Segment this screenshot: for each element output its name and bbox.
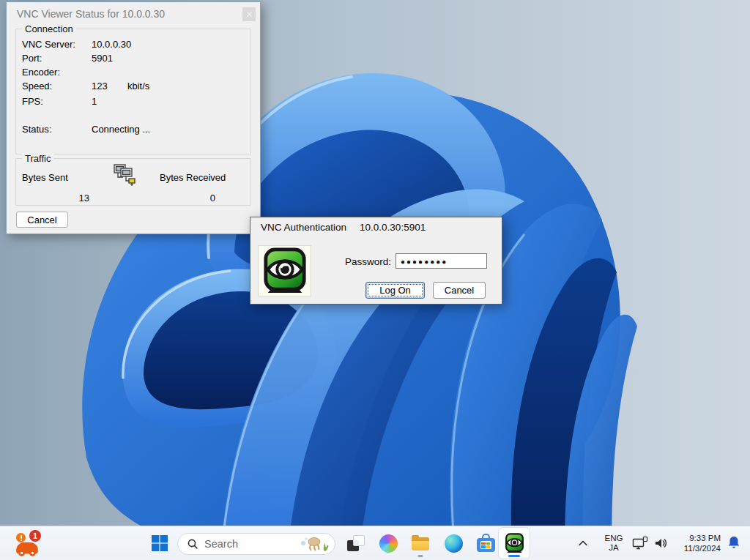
field-value: 1 bbox=[92, 96, 97, 107]
edge-icon bbox=[445, 534, 463, 553]
auth-cancel-button[interactable]: Cancel bbox=[433, 282, 486, 299]
bytes-sent-label: Bytes Sent bbox=[22, 172, 68, 183]
field-value: Connecting ... bbox=[92, 124, 150, 135]
widgets-button[interactable]: 1 bbox=[7, 528, 47, 559]
field-label: Encoder: bbox=[22, 67, 60, 78]
folder-icon bbox=[411, 535, 430, 551]
copilot-icon bbox=[379, 534, 398, 553]
widgets-badge-count: 1 bbox=[33, 531, 37, 540]
start-button[interactable] bbox=[145, 528, 174, 559]
speaker-icon bbox=[653, 536, 668, 550]
widgets-alert-icon bbox=[16, 533, 26, 542]
search-daily-image-icon bbox=[300, 535, 329, 553]
traffic-group-label: Traffic bbox=[22, 153, 53, 164]
row-encoder: Encoder: bbox=[16, 67, 250, 78]
row-fps: FPS: 1 bbox=[16, 96, 250, 108]
store-bag-icon bbox=[477, 534, 495, 553]
field-value: 5901 bbox=[92, 53, 113, 64]
vnc-status-window: VNC Viewer Status for 10.0.0.30 Connecti… bbox=[6, 1, 261, 234]
tray-date: 11/3/2024 bbox=[684, 543, 721, 553]
auth-title: VNC Authentication10.0.0.30:5901 bbox=[261, 222, 426, 233]
connection-group-label: Connection bbox=[22, 23, 76, 34]
windows-logo-icon bbox=[151, 534, 168, 552]
vnc-active-indicator bbox=[508, 555, 520, 557]
copilot-button[interactable] bbox=[374, 528, 403, 559]
microsoft-store-button[interactable] bbox=[471, 528, 500, 559]
bytes-received-value: 0 bbox=[170, 193, 215, 204]
auth-server-address: 10.0.0.30:5901 bbox=[360, 222, 426, 233]
edge-button[interactable] bbox=[439, 528, 468, 559]
vnc-eye-icon bbox=[262, 247, 308, 294]
vnc-eye-icon-panel bbox=[258, 245, 311, 296]
task-view-button[interactable] bbox=[341, 528, 371, 559]
field-label: VNC Server: bbox=[22, 39, 75, 50]
password-dots: ●●●●●●●● bbox=[401, 258, 448, 266]
close-button[interactable] bbox=[242, 7, 256, 21]
row-vnc-server: VNC Server: 10.0.0.30 bbox=[16, 39, 250, 51]
row-status: Status: Connecting ... bbox=[16, 124, 250, 135]
volume-tray-button[interactable] bbox=[650, 528, 671, 559]
field-label: Speed: bbox=[22, 81, 52, 92]
bytes-sent-value: 13 bbox=[44, 193, 89, 204]
field-value: 123 bbox=[92, 81, 108, 92]
explorer-running-indicator bbox=[418, 555, 423, 557]
field-label: Status: bbox=[22, 124, 51, 135]
network-tray-button[interactable] bbox=[630, 528, 650, 559]
taskbar-search[interactable] bbox=[177, 533, 335, 555]
bell-icon bbox=[727, 535, 741, 551]
field-label: Port: bbox=[22, 53, 42, 64]
task-view-icon bbox=[347, 535, 365, 551]
tray-time: 9:33 PM bbox=[689, 533, 721, 543]
row-speed: Speed: 123 kbit/s bbox=[16, 81, 250, 92]
search-icon bbox=[187, 538, 198, 550]
vnc-auth-dialog: VNC Authentication10.0.0.30:5901 Passwor… bbox=[250, 217, 502, 305]
language-indicator[interactable]: ENG JA bbox=[599, 528, 628, 559]
field-unit: kbit/s bbox=[127, 81, 149, 92]
row-port: Port: 5901 bbox=[16, 53, 250, 64]
window-title: VNC Viewer Status for 10.0.0.30 bbox=[17, 8, 165, 20]
field-value: 10.0.0.30 bbox=[92, 39, 131, 50]
close-icon bbox=[246, 11, 253, 18]
widgets-notification-badge: 1 bbox=[29, 530, 41, 542]
desktop: VNC Viewer Status for 10.0.0.30 Connecti… bbox=[0, 0, 750, 560]
chevron-up-icon bbox=[577, 540, 589, 547]
bytes-received-label: Bytes Received bbox=[160, 172, 226, 183]
password-input[interactable]: ●●●●●●●● bbox=[396, 253, 487, 269]
language-code: ENG bbox=[605, 534, 623, 543]
log-on-button[interactable]: Log On bbox=[365, 282, 425, 299]
search-input[interactable] bbox=[204, 538, 300, 550]
connection-groupbox: Connection VNC Server: 10.0.0.30 Port: 5… bbox=[15, 29, 251, 154]
traffic-groupbox: Traffic Bytes Sent Bytes Received 13 0 bbox=[15, 158, 251, 206]
notifications-button[interactable] bbox=[724, 528, 744, 559]
network-computers-icon bbox=[113, 163, 139, 188]
ethernet-icon bbox=[632, 536, 648, 550]
password-label: Password: bbox=[345, 256, 391, 267]
status-cancel-button[interactable]: Cancel bbox=[16, 212, 68, 228]
keyboard-layout: JA bbox=[609, 543, 618, 553]
vnc-eye-icon-small bbox=[505, 533, 524, 553]
auth-title-text: VNC Authentication bbox=[261, 222, 346, 233]
taskbar: 1 bbox=[0, 526, 750, 560]
show-hidden-icons-button[interactable] bbox=[573, 528, 593, 559]
clock-tray-button[interactable]: 9:33 PM 11/3/2024 bbox=[672, 528, 722, 559]
field-label: FPS: bbox=[22, 96, 43, 107]
vnc-viewer-taskbar-button[interactable] bbox=[499, 528, 530, 559]
file-explorer-button[interactable] bbox=[406, 528, 435, 559]
